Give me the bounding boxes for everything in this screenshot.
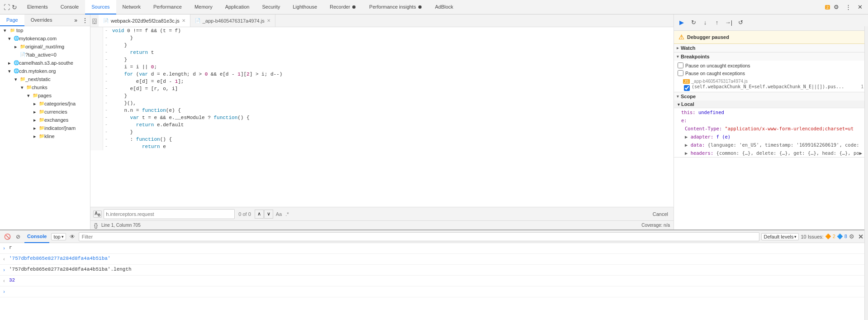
close-tab-app[interactable]: ✕: [267, 18, 270, 23]
console-line-32: ‹ 32: [0, 276, 868, 287]
tab-performance[interactable]: Performance: [147, 0, 188, 14]
tree-label-nuxt: original/_nuxt/img: [25, 43, 64, 51]
search-bar: AB 0 of 0 ∧ ∨ Aa .* Cancel: [90, 207, 674, 220]
case-sensitive-btn[interactable]: Aa: [275, 211, 283, 217]
scope-item-data[interactable]: ▶ data: {language: 'en_US', timestamp: '…: [674, 141, 868, 149]
console-filter-input[interactable]: [79, 232, 760, 241]
tree-item-tab[interactable]: 📄 ?tab_active=0: [0, 51, 90, 59]
step-over-btn[interactable]: ↻: [688, 18, 698, 28]
local-scope-header[interactable]: ▾ Local: [674, 100, 868, 108]
coverage-info: Coverage: n/a: [641, 223, 670, 228]
step-btn[interactable]: →|: [724, 18, 734, 28]
tab-memory[interactable]: Memory: [188, 0, 219, 14]
close-icon[interactable]: ✕: [854, 2, 865, 13]
breakpoint-checkbox[interactable]: [684, 85, 690, 91]
tab-performance-insights[interactable]: Performance insights ⏺: [363, 0, 428, 14]
sidebar-tab-overrides[interactable]: Overrides: [24, 14, 59, 26]
console-input[interactable]: [9, 287, 868, 293]
code-line: - n.n = function(e) {: [90, 107, 674, 114]
pause-uncaught-label[interactable]: Pause on uncaught exceptions: [678, 62, 864, 69]
pause-caught-checkbox[interactable]: [678, 70, 683, 76]
tree-item-pages[interactable]: ▾ 📁 pages: [0, 91, 90, 100]
search-input[interactable]: [106, 211, 232, 217]
code-line: - }: [90, 34, 674, 42]
debugger-paused-label: Debugger paused: [687, 34, 729, 40]
js-file-icon: 📄: [103, 18, 109, 23]
context-selector[interactable]: top ▾: [51, 233, 66, 240]
scope-item-headers[interactable]: ▶ headers: {common: {…}, delete: {…}, ge…: [674, 149, 868, 157]
breakpoints-header[interactable]: ▾ Breakpoints: [674, 53, 868, 61]
tree-label-currencies: currencies: [44, 108, 67, 116]
tree-item-camelhash[interactable]: ▸ 🌐 camelhash.s3.ap-southe: [0, 59, 90, 67]
console-close-btn[interactable]: ✕: [856, 233, 865, 240]
sidebar-menu-icon[interactable]: ⋮: [80, 17, 90, 24]
console-tab-label[interactable]: Console: [24, 230, 49, 243]
step-into-btn[interactable]: ↓: [700, 18, 710, 28]
tab-security[interactable]: Security: [256, 0, 286, 14]
tab-adblock[interactable]: AdBlock: [429, 0, 460, 14]
tree-item-exchanges[interactable]: ▸ 📁 exchanges: [0, 116, 90, 124]
tree-item-nuxt[interactable]: ▸ 📁 original/_nuxt/img: [0, 43, 90, 51]
show-live-expressions-btn[interactable]: 👁: [68, 232, 77, 241]
console-prompt-line[interactable]: ›: [0, 287, 868, 297]
code-line: - return e.default: [90, 121, 674, 129]
tab-lighthouse[interactable]: Lighthouse: [286, 0, 323, 14]
breakpoint-item: JS _app-b4605476317a4974.js (self.webpac…: [674, 78, 868, 92]
folder-icon-chunks: ▾: [19, 84, 25, 91]
issues-badge: 10 Issues: 🔶 2 🔷 8: [801, 234, 847, 239]
tree-item-next-static[interactable]: ▾ 📁 _next/static: [0, 75, 90, 83]
source-tab-webpack[interactable]: 📄 webpack-202d9e5f2ca81e3c.js ✕: [99, 14, 190, 27]
code-editor: - void 0 !== f && (t = f) - } - } - retu…: [90, 27, 674, 207]
sidebar-tab-page[interactable]: Page: [0, 14, 24, 26]
console-line-length-input: › '757dbfeb865e8277a284d8fa4a4b51ba'.len…: [0, 265, 868, 276]
step-out-btn[interactable]: ↑: [712, 18, 722, 28]
main-area: Page Overrides » ⋮ ▾ 📁 top ▾ 🌐 mytokenca…: [0, 14, 868, 229]
resume-btn[interactable]: ▶: [677, 18, 687, 28]
input-arrow-length: ›: [3, 267, 9, 275]
scope-item-e: e:: [674, 116, 868, 124]
tree-item-indicator[interactable]: ▸ 📁 indicator/[nam: [0, 124, 90, 132]
source-tab-webpack-label: webpack-202d9e5f2ca81e3c.js: [111, 18, 180, 24]
devtools-icon: ⛶ ↻: [0, 4, 21, 11]
clear-console-btn[interactable]: 🚫: [3, 232, 12, 241]
expand-icon-cdn: ▾: [6, 68, 13, 74]
tab-recorder[interactable]: Recorder ⏺: [323, 0, 363, 14]
console-settings-icon[interactable]: ⚙: [849, 233, 854, 240]
search-next-btn[interactable]: ∨: [264, 210, 273, 219]
tab-network[interactable]: Network: [116, 0, 147, 14]
regex-btn[interactable]: .*: [285, 211, 289, 217]
close-tab-webpack[interactable]: ✕: [182, 18, 185, 23]
code-line: - var t = e && e.__esModule ? function()…: [90, 114, 674, 121]
folder-icon-static: ▾: [13, 76, 19, 82]
tree-item-chunks[interactable]: ▾ 📁 chunks: [0, 83, 90, 91]
deactivate-breakpoints-btn[interactable]: ↺: [735, 18, 745, 28]
right-panel-scroll[interactable]: ▸ Watch ▾ Breakpoints Pause on uncaught …: [674, 44, 868, 229]
scope-item-adapter[interactable]: ▶ adapter: f (e): [674, 133, 868, 141]
search-cancel-btn[interactable]: Cancel: [650, 210, 671, 218]
orange-badge: 🔶 2: [825, 234, 835, 239]
sidebar-more-icon[interactable]: »: [71, 17, 80, 24]
pause-uncaught-checkbox[interactable]: [678, 62, 683, 68]
tree-item-currencies[interactable]: ▸ 📁 currencies: [0, 108, 90, 116]
tree-item-cdn[interactable]: ▾ 🌐 cdn.mytoken.org: [0, 67, 90, 75]
pause-caught-label[interactable]: Pause on caught exceptions: [678, 69, 864, 77]
folder-icon-indicator: ▸: [32, 125, 38, 131]
tab-application[interactable]: Application: [219, 0, 256, 14]
source-tab-app[interactable]: 📄 _app-b4605476317a4974.js ✕: [190, 14, 275, 27]
tab-sources[interactable]: Sources: [85, 0, 116, 14]
watch-header[interactable]: ▸ Watch: [674, 44, 868, 52]
status-bar: {} Line 1, Column 705 Coverage: n/a: [90, 220, 674, 229]
more-options-icon[interactable]: ⋮: [843, 2, 854, 13]
filter-console-btn[interactable]: ⊘: [14, 232, 23, 241]
tree-item-categories[interactable]: ▸ 📁 categories/[na: [0, 100, 90, 108]
tree-item-kline[interactable]: ▸ 📁 kline: [0, 132, 90, 140]
tab-console[interactable]: Console: [54, 0, 85, 14]
tree-item-top[interactable]: ▾ 📁 top: [0, 26, 90, 34]
issues-label: 10 Issues:: [801, 234, 823, 239]
settings-icon[interactable]: ⚙: [831, 2, 842, 13]
tab-elements[interactable]: Elements: [21, 0, 54, 14]
tree-item-mytokencap[interactable]: ▾ 🌐 mytokencap.com: [0, 34, 90, 43]
scope-header[interactable]: ▾ Scope: [674, 92, 868, 100]
search-prev-btn[interactable]: ∧: [255, 210, 264, 219]
log-level-selector[interactable]: Default levels ▾: [761, 233, 799, 240]
